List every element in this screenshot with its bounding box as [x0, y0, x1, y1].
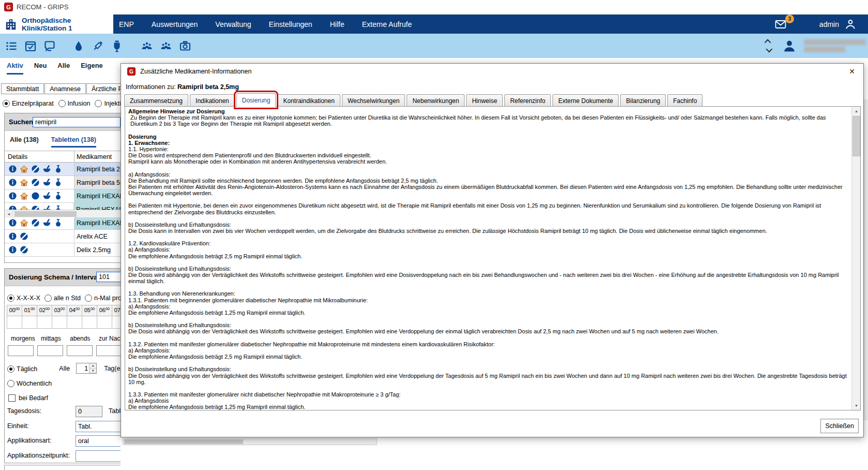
tab-alle[interactable]: Alle — [57, 62, 70, 75]
time-dose-cell[interactable] — [82, 316, 97, 329]
abends-input[interactable] — [67, 345, 93, 356]
stepper-down-icon[interactable]: ▼ — [89, 369, 96, 374]
scrollbar-thumb[interactable] — [852, 116, 860, 156]
tab-nebenwirkungen[interactable]: Nebenwirkungen — [407, 94, 465, 107]
weekly-row[interactable]: Wöchentlich — [7, 378, 52, 388]
nav-item-hilfe[interactable]: Hilfe — [330, 20, 345, 28]
mittags-input[interactable] — [37, 345, 63, 356]
applikationsart-input[interactable] — [76, 435, 121, 447]
camera-icon[interactable] — [179, 40, 191, 52]
prohibited-icon[interactable] — [20, 245, 28, 254]
pharmacy-icon[interactable] — [20, 218, 28, 227]
pharmacy-icon[interactable] — [20, 178, 28, 187]
scroll-left-icon[interactable]: ◄ — [5, 210, 13, 218]
einheit-input[interactable] — [76, 421, 121, 432]
table-row[interactable]: Ramipril HEXAL 5mg — [5, 216, 121, 230]
prohibited-icon[interactable] — [31, 218, 40, 227]
stepper-up-icon[interactable]: ▲ — [89, 363, 96, 369]
chevron-up-icon[interactable] — [765, 39, 771, 46]
mortar-icon[interactable] — [42, 165, 51, 173]
scrollbar-thumb[interactable] — [124, 439, 243, 444]
subtab-aerztliche-prozessdaten[interactable]: Ärztliche Prozessd — [86, 83, 121, 94]
applikationszeitpunkt-input[interactable] — [76, 450, 121, 462]
tab-zusammensetzung[interactable]: Zusammensetzung — [124, 94, 188, 107]
info-icon[interactable] — [8, 165, 17, 173]
chevron-down-icon[interactable] — [766, 46, 773, 53]
pharmacy-icon[interactable] — [20, 192, 28, 200]
tab-externe-dokumente[interactable]: Externe Dokumente — [552, 94, 619, 107]
team-2-icon[interactable] — [160, 40, 172, 52]
station-tab[interactable]: Orthopädische Klinik/Station 1 — [0, 14, 113, 34]
team-icon[interactable] — [141, 40, 153, 52]
dot-icon[interactable] — [31, 192, 40, 200]
task-list-icon[interactable] — [5, 40, 18, 52]
info-icon[interactable] — [8, 178, 17, 187]
time-dose-cell[interactable] — [7, 316, 22, 329]
tab-hinweise[interactable]: Hinweise — [466, 94, 503, 107]
flask-icon[interactable] — [54, 218, 63, 227]
scroll-down-icon[interactable]: ▼ — [852, 401, 861, 410]
morgens-input[interactable] — [8, 345, 34, 356]
subtab-anamnese[interactable]: Anamnese — [44, 83, 86, 94]
interval-days-stepper[interactable]: 1 ▲ ▼ — [76, 363, 97, 374]
bei-bedarf-checkbox[interactable]: bei Bedarf — [8, 393, 48, 402]
tab-bilanzierung[interactable]: Bilanzierung — [620, 94, 666, 107]
mortar-icon[interactable] — [42, 192, 51, 200]
info-icon[interactable] — [8, 245, 17, 254]
table-row[interactable]: Ramipril HEXAL 1,25 — [5, 189, 121, 203]
radio-alle-n-std[interactable]: alle n Std — [44, 293, 81, 302]
scrollbar-thumb[interactable] — [14, 211, 77, 217]
time-dose-cell[interactable] — [67, 316, 82, 329]
column-header-details[interactable]: Details — [5, 153, 74, 160]
prohibited-icon[interactable] — [20, 232, 28, 241]
tab-kontraindikationen[interactable]: Kontraindikationen — [277, 94, 340, 107]
chat-icon[interactable] — [43, 40, 56, 52]
tab-neu[interactable]: Neu — [34, 62, 47, 75]
radio-n-mal-pro-tag[interactable]: n-Mal pro Ta — [85, 293, 121, 302]
subtab-stammblatt[interactable]: Stammblatt — [1, 83, 44, 94]
pharmacy-icon[interactable] — [20, 165, 28, 173]
table-horizontal-scrollbar[interactable]: ◄ — [5, 210, 121, 217]
radio-injektionskonzept[interactable]: Injektionsk — [95, 98, 121, 108]
tab-referenzinfo[interactable]: Referenzinfo — [504, 94, 551, 107]
mail-button[interactable]: 3 — [774, 18, 789, 31]
flask-icon[interactable] — [54, 165, 63, 173]
nav-item-enp[interactable]: ENP — [119, 20, 134, 28]
tagesdosis-input[interactable] — [76, 406, 102, 417]
schliessen-button[interactable]: Schließen — [820, 419, 859, 433]
table-row[interactable]: Ramipril beta 2,5mg — [5, 163, 121, 176]
dialog-titlebar[interactable]: G Zusätzliche Medikament-Informationen ✕ — [121, 64, 863, 79]
scroll-up-icon[interactable]: ▲ — [852, 107, 861, 115]
time-dose-cell[interactable] — [52, 316, 67, 329]
calendar-check-icon[interactable] — [24, 40, 37, 52]
table-row[interactable]: Ramipril beta 5mg — [5, 176, 121, 189]
tab-wechselwirkungen[interactable]: Wechselwirkungen — [342, 94, 406, 107]
search-input[interactable] — [33, 117, 121, 127]
interval-input[interactable] — [96, 272, 121, 282]
tab-eigene[interactable]: Eigene — [81, 62, 103, 75]
table-row[interactable]: Delix 2,5mg — [5, 243, 121, 257]
time-dose-cell[interactable] — [37, 316, 52, 329]
radio-einzelpraeparat[interactable]: Einzelpräparat — [3, 98, 54, 108]
radio-xxxx[interactable]: X-X-X-X — [7, 293, 40, 302]
syringe-icon[interactable] — [92, 40, 104, 52]
user-menu[interactable]: admin — [819, 18, 857, 31]
info-icon[interactable] — [8, 218, 17, 227]
flask-icon[interactable] — [54, 178, 63, 187]
tab-dosierung[interactable]: Dosierung — [236, 93, 276, 107]
close-icon[interactable]: ✕ — [847, 66, 857, 77]
time-dose-cell[interactable] — [22, 316, 37, 329]
infusion-bag-icon[interactable] — [111, 40, 123, 52]
mortar-icon[interactable] — [42, 178, 51, 187]
background-horizontal-scrollbar[interactable] — [123, 438, 377, 445]
radio-taeglich[interactable]: Täglich — [7, 364, 37, 373]
prohibited-icon[interactable] — [31, 165, 40, 173]
info-icon[interactable] — [8, 232, 17, 241]
info-icon[interactable] — [8, 192, 17, 200]
time-dose-cell[interactable] — [112, 316, 121, 329]
radio-infusion[interactable]: Infusion — [58, 98, 91, 108]
result-tab-alle[interactable]: Alle (138) — [10, 136, 39, 148]
nav-item-auswertungen[interactable]: Auswertungen — [152, 20, 198, 28]
result-tab-tabletten[interactable]: Tabletten (138) — [51, 136, 96, 148]
nav-item-verwaltung[interactable]: Verwaltung — [215, 20, 251, 28]
